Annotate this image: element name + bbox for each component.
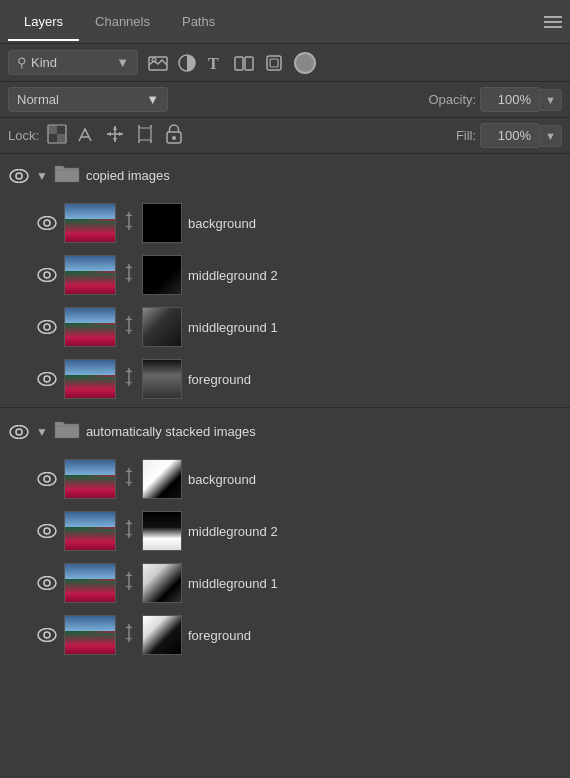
layer-thumb-auto-mg2	[64, 511, 116, 551]
layer-link-copied-mg2[interactable]	[122, 262, 136, 289]
search-icon: ⚲	[17, 55, 27, 70]
svg-point-41	[38, 577, 56, 590]
kind-filter-select[interactable]: ⚲ Kind ▼	[8, 50, 138, 75]
layer-link-copied-fg[interactable]	[122, 366, 136, 393]
layer-visibility-copied-fg[interactable]	[36, 368, 58, 390]
layer-name-auto-mg1: middleground 1	[188, 576, 562, 591]
layer-visibility-copied-mg2[interactable]	[36, 264, 58, 286]
panel-menu-icon[interactable]	[544, 16, 562, 28]
adjustment-filter-icon[interactable]	[178, 54, 196, 72]
layers-panel: Layers Channels Paths ⚲ Kind ▼	[0, 0, 570, 778]
fill-value[interactable]: 100%	[480, 123, 540, 148]
folder-icon-auto	[54, 418, 80, 445]
lock-label: Lock:	[8, 128, 39, 143]
smart-filter-icon[interactable]	[264, 53, 284, 73]
blend-mode-value: Normal	[17, 92, 59, 107]
group-row-copied-images[interactable]: ▼ copied images	[0, 154, 570, 197]
layer-row-copied-fg[interactable]: foreground	[0, 353, 570, 405]
svg-point-37	[38, 473, 56, 486]
svg-rect-5	[245, 57, 253, 70]
thumb-photo	[65, 564, 115, 602]
lock-artboard-icon[interactable]	[135, 124, 155, 148]
svg-rect-18	[139, 128, 151, 140]
svg-point-33	[38, 373, 56, 386]
group-visibility-auto[interactable]	[8, 421, 30, 443]
layer-link-auto-mg2[interactable]	[122, 518, 136, 545]
layer-name-copied-mg1: middleground 1	[188, 320, 562, 335]
layer-mask-copied-fg	[142, 359, 182, 399]
layer-thumb-copied-fg	[64, 359, 116, 399]
layer-row-auto-fg[interactable]: foreground	[0, 609, 570, 661]
filter-toggle[interactable]	[294, 52, 316, 74]
layer-name-copied-bg: background	[188, 216, 562, 231]
layer-visibility-auto-mg2[interactable]	[36, 520, 58, 542]
layer-row-copied-mg1[interactable]: middleground 1	[0, 301, 570, 353]
svg-point-35	[10, 425, 28, 438]
layer-link-auto-bg[interactable]	[122, 466, 136, 493]
layer-row-auto-mg2[interactable]: middleground 2	[0, 505, 570, 557]
layer-mask-auto-fg	[142, 615, 182, 655]
layer-row-auto-background[interactable]: background	[0, 453, 570, 505]
folder-icon-copied	[54, 162, 80, 189]
layer-thumb-copied-mg1	[64, 307, 116, 347]
lock-image-icon[interactable]	[77, 125, 95, 147]
blend-mode-select[interactable]: Normal ▼	[8, 87, 168, 112]
tab-channels[interactable]: Channels	[79, 4, 166, 39]
pixel-filter-icon[interactable]	[148, 54, 168, 72]
layer-thumb-auto-fg	[64, 615, 116, 655]
group-chevron-auto[interactable]: ▼	[36, 425, 48, 439]
layer-row-auto-mg1[interactable]: middleground 1	[0, 557, 570, 609]
tab-paths[interactable]: Paths	[166, 4, 231, 39]
group-row-auto-stacked[interactable]: ▼ automatically stacked images	[0, 410, 570, 453]
filter-bar: ⚲ Kind ▼ T	[0, 44, 570, 82]
svg-point-44	[44, 632, 50, 638]
shape-filter-icon[interactable]	[234, 54, 254, 72]
layer-visibility-copied-bg[interactable]	[36, 212, 58, 234]
layer-visibility-auto-mg1[interactable]	[36, 572, 58, 594]
svg-point-38	[44, 476, 50, 482]
layer-visibility-copied-mg1[interactable]	[36, 316, 58, 338]
layer-mask-auto-bg	[142, 459, 182, 499]
lock-all-icon[interactable]	[165, 124, 183, 148]
layer-thumb-auto-mg1	[64, 563, 116, 603]
lock-icons	[47, 124, 183, 148]
opacity-dropdown-arrow[interactable]: ▼	[540, 89, 562, 111]
svg-point-25	[10, 169, 28, 182]
tab-bar: Layers Channels Paths	[0, 0, 570, 44]
group-visibility-copied[interactable]	[8, 165, 30, 187]
svg-rect-10	[57, 134, 66, 143]
layer-visibility-auto-bg[interactable]	[36, 468, 58, 490]
svg-point-1	[152, 58, 156, 62]
layer-mask-copied-bg	[142, 203, 182, 243]
thumb-photo	[65, 308, 115, 346]
thumb-photo	[65, 460, 115, 498]
layer-link-copied-mg1[interactable]	[122, 314, 136, 341]
thumb-photo	[65, 360, 115, 398]
layer-visibility-auto-fg[interactable]	[36, 624, 58, 646]
layer-row-copied-background[interactable]: background	[0, 197, 570, 249]
layer-link-auto-mg1[interactable]	[122, 570, 136, 597]
svg-point-32	[44, 324, 50, 330]
thumb-photo	[65, 512, 115, 550]
layer-link-auto-fg[interactable]	[122, 622, 136, 649]
layer-mask-copied-mg2	[142, 255, 182, 295]
svg-marker-14	[113, 126, 117, 130]
tab-layers[interactable]: Layers	[8, 4, 79, 41]
layer-mask-auto-mg2	[142, 511, 182, 551]
layer-link-copied-bg[interactable]	[122, 210, 136, 237]
group-name-copied: copied images	[86, 168, 170, 183]
layer-mask-auto-mg1	[142, 563, 182, 603]
layer-name-auto-fg: foreground	[188, 628, 562, 643]
filter-icons: T	[148, 52, 316, 74]
layer-row-copied-mg2[interactable]: middleground 2	[0, 249, 570, 301]
layer-name-copied-fg: foreground	[188, 372, 562, 387]
opacity-value[interactable]: 100%	[480, 87, 540, 112]
svg-point-39	[38, 525, 56, 538]
blend-mode-arrow: ▼	[146, 92, 159, 107]
lock-transparent-icon[interactable]	[47, 124, 67, 148]
group-chevron-copied[interactable]: ▼	[36, 169, 48, 183]
svg-point-26	[16, 173, 22, 179]
lock-position-icon[interactable]	[105, 124, 125, 148]
type-filter-icon[interactable]: T	[206, 54, 224, 72]
fill-dropdown-arrow[interactable]: ▼	[540, 125, 562, 147]
